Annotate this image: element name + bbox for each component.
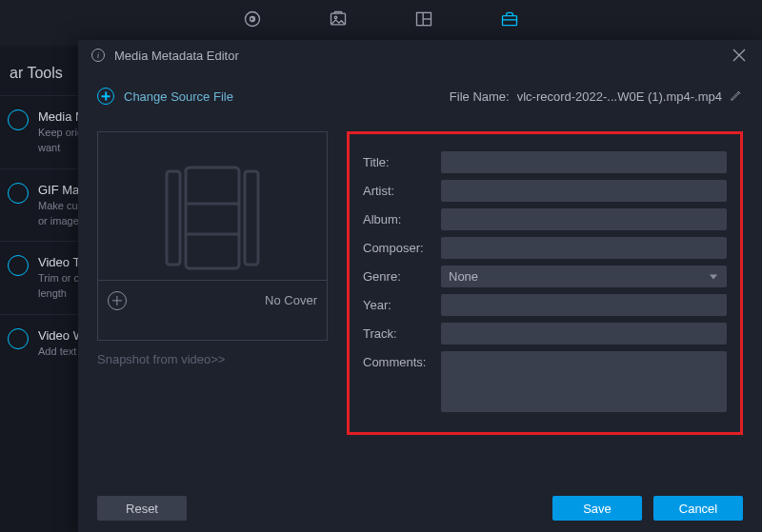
top-nav [0,0,762,38]
svg-point-3 [334,16,337,18]
track-input[interactable] [441,323,727,345]
title-label: Title: [363,151,431,169]
sidebar-item-media[interactable]: Media M Keep orig want [0,95,84,168]
cover-column: No Cover Snapshot from video>> [97,131,328,435]
add-cover-button[interactable] [108,291,127,310]
title-input[interactable] [441,151,727,173]
track-label: Track: [363,323,431,341]
cover-frame: No Cover [97,131,328,341]
gif-icon [8,183,29,204]
album-label: Album: [363,208,431,227]
comments-textarea[interactable] [441,351,727,412]
comments-label: Comments: [363,351,431,369]
svg-rect-11 [167,171,180,265]
svg-rect-13 [186,167,239,268]
sidebar-heading: ar Tools [0,57,84,95]
artist-label: Artist: [363,180,431,198]
file-name-label: File Name: [450,89,510,104]
close-icon[interactable] [730,46,749,65]
sidebar-item-watermark[interactable]: Video W Add text [0,314,84,371]
modal-header: i Media Metadata Editor [78,40,762,70]
svg-point-0 [246,12,260,27]
reset-button[interactable]: Reset [97,496,187,521]
cover-placeholder-icon [165,166,260,270]
year-input[interactable] [441,294,727,316]
genre-select[interactable]: None [441,266,727,287]
svg-rect-7 [503,16,517,26]
change-source-label: Change Source File [124,89,233,104]
metadata-form: Title: Artist: Album: Composer: Genre: N… [347,131,743,435]
modal-title: Media Metadata Editor [114,49,720,63]
album-input[interactable] [441,208,727,230]
info-icon: i [91,49,105,62]
file-name-display: File Name: vlc-record-2022-...W0E (1).mp… [450,89,743,105]
no-cover-label: No Cover [265,293,317,307]
media-icon [8,109,29,130]
plus-icon [97,88,114,105]
play-icon[interactable] [243,10,262,29]
modal-footer: Reset Save Cancel [78,484,762,532]
sidebar-item-title: Video Tr [38,255,84,269]
artist-input[interactable] [441,180,727,202]
toolbox-icon[interactable] [500,10,519,29]
sidebar-item-trim[interactable]: Video Tr Trim or c length [0,241,84,314]
sidebar-item-gif[interactable]: GIF Mak Make cus or image [0,168,84,242]
change-source-button[interactable]: Change Source File [97,88,233,105]
sidebar-item-desc: Trim or c [38,271,84,285]
year-label: Year: [363,294,431,312]
modal-topbar: Change Source File File Name: vlc-record… [78,70,762,122]
save-button[interactable]: Save [552,496,642,521]
sidebar-item-desc: length [38,286,84,300]
media-metadata-editor-modal: i Media Metadata Editor Change Source Fi… [78,40,762,532]
modal-body: No Cover Snapshot from video>> Title: Ar… [78,122,762,435]
cancel-button[interactable]: Cancel [653,496,743,521]
watermark-icon [8,328,29,349]
genre-value: None [449,269,478,284]
file-name-value: vlc-record-2022-...W0E (1).mp4-.mp4 [517,89,722,104]
composer-input[interactable] [441,237,727,259]
layout-icon[interactable] [414,10,433,29]
add-cover-row: No Cover [98,280,327,320]
composer-label: Composer: [363,237,431,255]
image-icon[interactable] [329,10,348,29]
svg-rect-12 [245,171,258,265]
trim-icon [8,255,29,276]
genre-label: Genre: [363,266,431,284]
snapshot-from-video-link[interactable]: Snapshot from video>> [97,352,328,366]
pencil-icon[interactable] [730,89,743,105]
sidebar: ar Tools Media M Keep orig want GIF Mak … [0,46,84,532]
